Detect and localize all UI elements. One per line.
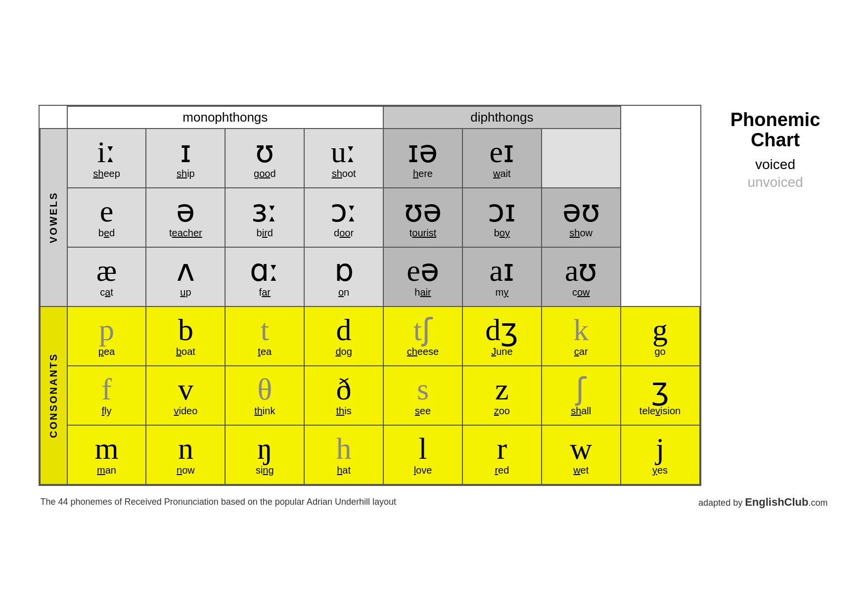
symbol-aʊ: aʊ <box>544 255 618 286</box>
consonant-cell-m: m man <box>67 425 146 484</box>
consonant-cell-ð: ð this <box>304 366 383 425</box>
word-love: love <box>386 465 460 476</box>
word-cat: cat <box>70 287 144 298</box>
word-zoo: zoo <box>465 405 539 417</box>
word-shoot: shoot <box>307 168 381 179</box>
word-red: red <box>465 465 539 476</box>
symbol-tʃ: tʃ <box>386 314 460 345</box>
word-sing: sing <box>228 465 302 476</box>
consonants-label: CONSONANTS <box>40 306 67 484</box>
word-go: go <box>623 346 697 357</box>
vowel-cell-ɪə: ɪə here <box>383 129 462 188</box>
consonant-cell-tʃ: tʃ cheese <box>383 306 462 366</box>
word-up: up <box>148 287 223 298</box>
symbol-ʌ: ʌ <box>148 255 223 286</box>
corner-cell <box>40 106 67 129</box>
symbol-r: r <box>465 433 539 464</box>
consonant-cell-z: z zoo <box>462 366 542 425</box>
word-man: man <box>70 465 144 476</box>
symbol-s: s <box>386 374 460 404</box>
voiced-label: voiced <box>721 157 830 173</box>
consonant-cell-s: s see <box>383 366 462 425</box>
consonant-cell-v: v video <box>146 366 225 425</box>
symbol-w: w <box>544 433 618 464</box>
empty-cell-1 <box>542 129 621 188</box>
vowel-cell-æ: æ cat <box>67 247 146 306</box>
consonant-cell-r: r red <box>462 425 542 484</box>
symbol-ɒ: ɒ <box>307 255 381 286</box>
symbol-p: p <box>70 314 144 345</box>
consonant-cell-j: j yes <box>621 425 700 484</box>
consonant-cell-w: w wet <box>542 425 621 484</box>
top-section: monophthongs diphthongs VOWELS iː sheep <box>39 105 830 486</box>
word-on: on <box>307 287 381 298</box>
word-sheep: sheep <box>70 168 144 179</box>
symbol-v: v <box>148 374 223 404</box>
legend-box: PhonemicChart voiced unvoiced <box>721 105 830 191</box>
vowel-row-2: e bed ə teacher ɜː bird <box>40 188 700 247</box>
vowel-cell-ɜː: ɜː bird <box>225 188 304 247</box>
phonemic-table: monophthongs diphthongs VOWELS iː sheep <box>40 106 700 485</box>
word-june: June <box>465 346 539 357</box>
word-dog: dog <box>307 346 381 357</box>
word-now: now <box>148 465 223 476</box>
symbol-z: z <box>465 374 539 404</box>
word-television: television <box>623 405 697 417</box>
word-think: think <box>228 405 302 417</box>
vowels-label: VOWELS <box>40 129 67 306</box>
vowel-cell-ɪ: ɪ ship <box>146 129 225 188</box>
symbol-ɔɪ: ɔɪ <box>465 196 539 226</box>
vowel-cell-eɪ: eɪ wait <box>462 129 542 188</box>
vowel-cell-əʊ: əʊ show <box>542 188 621 247</box>
word-video: video <box>148 405 223 417</box>
symbol-əʊ: əʊ <box>544 196 618 226</box>
consonant-cell-n: n now <box>146 425 225 484</box>
symbol-ʒ: ʒ <box>623 374 697 404</box>
word-my: my <box>465 287 539 298</box>
word-ship: ship <box>148 168 223 179</box>
consonant-cell-ʒ: ʒ television <box>621 366 700 425</box>
symbol-ɪə: ɪə <box>386 136 460 167</box>
symbol-dʒ: dʒ <box>465 314 539 345</box>
englishclub-brand: EnglishClub <box>745 496 808 508</box>
word-car: car <box>544 346 618 357</box>
chart-title: PhonemicChart <box>721 110 830 151</box>
footer-description: The 44 phonemes of Received Pronunciatio… <box>41 497 396 507</box>
word-yes: yes <box>623 465 697 476</box>
vowel-cell-ʊə: ʊə tourist <box>383 188 462 247</box>
symbol-ʊə: ʊə <box>386 196 460 226</box>
word-fly: fly <box>70 405 144 417</box>
symbol-uː: uː <box>307 136 381 167</box>
symbol-t: t <box>228 314 302 345</box>
consonant-cell-g: g go <box>621 306 700 366</box>
word-cheese: cheese <box>386 346 460 357</box>
word-show: show <box>544 227 618 239</box>
vowel-cell-aɪ: aɪ my <box>462 247 542 306</box>
symbol-aɪ: aɪ <box>465 255 539 286</box>
symbol-ʃ: ʃ <box>544 374 618 404</box>
word-far: far <box>228 287 302 298</box>
word-this: this <box>307 405 381 417</box>
monophthongs-header: monophthongs <box>67 106 383 129</box>
symbol-ɔː: ɔː <box>307 196 381 226</box>
consonant-cell-k: k car <box>542 306 621 366</box>
symbol-m: m <box>70 433 144 464</box>
consonant-cell-h: h hat <box>304 425 383 484</box>
vowel-cell-eə: eə hair <box>383 247 462 306</box>
symbol-ʊ: ʊ <box>228 136 302 167</box>
word-wet: wet <box>544 465 618 476</box>
diphthongs-header: diphthongs <box>383 106 621 129</box>
word-tea: tea <box>228 346 302 357</box>
consonant-cell-p: p pea <box>67 306 146 366</box>
vowel-cell-e: e bed <box>67 188 146 247</box>
header-row: monophthongs diphthongs <box>40 106 700 129</box>
symbol-b: b <box>148 314 223 345</box>
symbol-æ: æ <box>70 255 144 286</box>
vowel-cell-ɑː: ɑː far <box>225 247 304 306</box>
symbol-g: g <box>623 314 697 345</box>
vowel-cell-ɔɪ: ɔɪ boy <box>462 188 542 247</box>
vowel-cell-ə: ə teacher <box>146 188 225 247</box>
word-tourist: tourist <box>386 227 460 239</box>
symbol-ɑː: ɑː <box>228 255 302 286</box>
consonant-cell-ʃ: ʃ shall <box>542 366 621 425</box>
